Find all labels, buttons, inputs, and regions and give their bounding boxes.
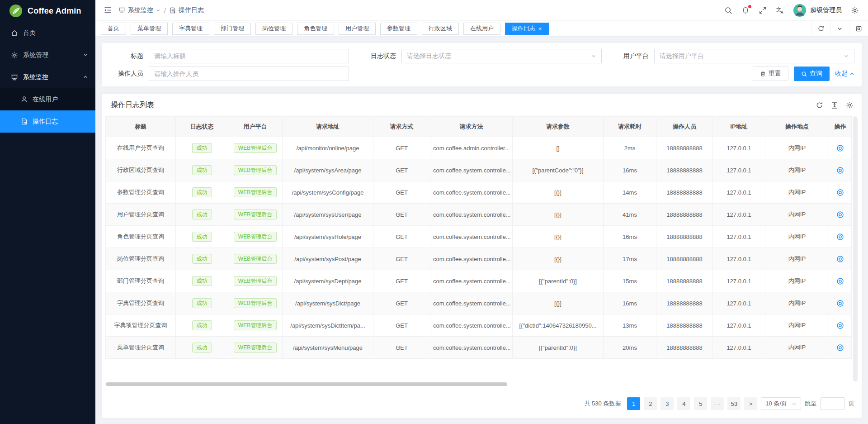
maximize-icon[interactable] — [849, 21, 868, 36]
horizontal-scrollbar[interactable] — [106, 382, 507, 386]
total-count: 共 530 条数据 — [584, 400, 621, 408]
tab-首页[interactable]: 首页 — [101, 23, 126, 35]
sidebar-item-system-monitor[interactable]: 系统监控 — [0, 66, 95, 88]
view-detail-icon[interactable] — [836, 167, 844, 174]
app-logo[interactable]: Coffee Admin — [0, 0, 95, 22]
row-density-icon[interactable] — [831, 101, 838, 109]
view-detail-icon[interactable] — [836, 344, 844, 352]
refresh-table-icon[interactable] — [816, 101, 823, 109]
cell-params: [{"parentId":0}] — [513, 337, 604, 359]
user-menu[interactable]: 超级管理员 — [793, 4, 842, 17]
chevron-down-icon — [844, 53, 849, 59]
notification-bell-icon[interactable] — [741, 6, 750, 14]
cell-platform: WEB管理后台 — [228, 181, 283, 204]
operation-log-table: 标题日志状态用户平台请求地址请求方式请求方法请求参数请求耗时操作人员IP地址操作… — [105, 116, 852, 359]
cell-location: 内网IP — [765, 248, 829, 270]
jump-page-input[interactable] — [820, 397, 845, 410]
collapse-filters-link[interactable]: 收起 — [835, 70, 854, 78]
cell-operator: 18888888888 — [656, 204, 713, 226]
page-size-select[interactable]: 10 条/页 — [761, 397, 801, 410]
tab-岗位管理[interactable]: 岗位管理 — [255, 23, 292, 35]
column-header: 请求方式 — [373, 117, 430, 137]
search-button[interactable]: 查询 — [794, 67, 830, 81]
view-detail-icon[interactable] — [836, 189, 844, 196]
column-header: 请求地址 — [283, 117, 373, 137]
page-button-2[interactable]: 2 — [644, 397, 657, 410]
sidebar-item-system-management[interactable]: 系统管理 — [0, 44, 95, 66]
tab-label: 菜单管理 — [137, 24, 161, 33]
view-detail-icon[interactable] — [836, 255, 844, 263]
next-page-button[interactable]: > — [744, 397, 757, 410]
tab-close-icon[interactable]: × — [538, 26, 542, 32]
tab-行政区域[interactable]: 行政区域 — [422, 23, 459, 35]
cell-operator: 18888888888 — [656, 181, 713, 204]
page-button-53[interactable]: 53 — [727, 397, 741, 410]
cell-platform: WEB管理后台 — [228, 270, 283, 292]
search-button-label: 查询 — [810, 70, 822, 78]
table-row: 岗位管理分页查询成功WEB管理后台/api/system/sysPost/pag… — [106, 248, 852, 270]
table-row: 行政区域分页查询成功WEB管理后台/api/system/sysArea/pag… — [106, 159, 852, 181]
view-detail-icon[interactable] — [836, 233, 844, 241]
tab-字典管理[interactable]: 字典管理 — [172, 23, 209, 35]
cell-duration: 16ms — [604, 159, 656, 181]
tab-label: 首页 — [108, 24, 119, 33]
menu-fold-icon[interactable] — [104, 6, 112, 14]
vertical-scrollbar[interactable] — [853, 116, 858, 381]
tab-options-chevron-icon[interactable] — [830, 21, 849, 36]
cell-status: 成功 — [176, 337, 228, 359]
page-button-1[interactable]: 1 — [627, 397, 640, 410]
operator-filter-input[interactable] — [149, 67, 349, 81]
breadcrumb-parent[interactable]: 系统监控 — [128, 6, 153, 14]
cell-handler: com.coffee.system.controlle... — [430, 226, 513, 248]
sidebar-item-online-users[interactable]: 在线用户 — [0, 88, 95, 110]
cell-title: 角色管理分页查询 — [106, 226, 176, 248]
breadcrumb[interactable]: 系统监控 / 操作日志 — [118, 6, 204, 14]
platform-badge: WEB管理后台 — [234, 343, 277, 353]
page-button-5[interactable]: 5 — [694, 397, 707, 410]
tab-参数管理[interactable]: 参数管理 — [380, 23, 417, 35]
tab-用户管理[interactable]: 用户管理 — [339, 23, 376, 35]
tab-label: 角色管理 — [304, 24, 327, 33]
cell-params: [{"parentCode":"0"}] — [513, 159, 604, 181]
platform-filter-select[interactable]: 请选择用户平台 — [654, 49, 854, 63]
table-row: 部门管理分页查询成功WEB管理后台/api/system/sysDept/pag… — [106, 270, 852, 292]
notification-badge — [748, 5, 751, 8]
tab-在线用户[interactable]: 在线用户 — [463, 23, 500, 35]
sidebar-menu: 首页 系统管理 系统监控 在线用户 — [0, 22, 95, 133]
cell-params: [{}] — [513, 226, 604, 248]
view-detail-icon[interactable] — [836, 277, 844, 285]
platform-badge: WEB管理后台 — [234, 187, 277, 197]
cell-handler: com.coffee.system.controlle... — [430, 248, 513, 270]
status-filter-select[interactable]: 请选择日志状态 — [401, 49, 602, 63]
cell-ip: 127.0.0.1 — [713, 181, 765, 204]
fullscreen-icon[interactable] — [759, 6, 767, 14]
cell-ip: 127.0.0.1 — [713, 292, 765, 314]
tab-菜单管理[interactable]: 菜单管理 — [131, 23, 168, 35]
cell-method: GET — [373, 226, 430, 248]
title-filter-input[interactable] — [149, 49, 349, 63]
column-settings-gear-icon[interactable] — [846, 101, 854, 109]
view-detail-icon[interactable] — [836, 144, 844, 152]
sidebar-item-operation-logs[interactable]: 操作日志 — [0, 110, 95, 133]
view-detail-icon[interactable] — [836, 322, 844, 329]
table-body: 在线用户分页查询成功WEB管理后台/api/monitor/online/pag… — [106, 137, 852, 359]
cell-status: 成功 — [176, 270, 228, 292]
settings-gear-icon[interactable] — [851, 6, 859, 14]
search-icon[interactable] — [724, 6, 732, 14]
reset-button[interactable]: 重置 — [753, 67, 788, 81]
tab-部门管理[interactable]: 部门管理 — [214, 23, 251, 35]
refresh-tab-icon[interactable] — [811, 21, 830, 36]
tab-操作日志[interactable]: 操作日志× — [505, 23, 549, 35]
translate-icon[interactable]: 文A — [776, 6, 784, 14]
view-detail-icon[interactable] — [836, 300, 844, 307]
cell-action — [829, 204, 852, 226]
cell-url: /api/system/sysPost/page — [283, 248, 373, 270]
view-detail-icon[interactable] — [836, 211, 844, 219]
page-button-4[interactable]: 4 — [677, 397, 690, 410]
app-title: Coffee Admin — [28, 6, 81, 16]
cell-location: 内网IP — [765, 270, 829, 292]
sidebar-item-home[interactable]: 首页 — [0, 22, 95, 44]
trash-icon — [760, 71, 766, 77]
page-button-3[interactable]: 3 — [660, 397, 674, 410]
tab-角色管理[interactable]: 角色管理 — [297, 23, 334, 35]
